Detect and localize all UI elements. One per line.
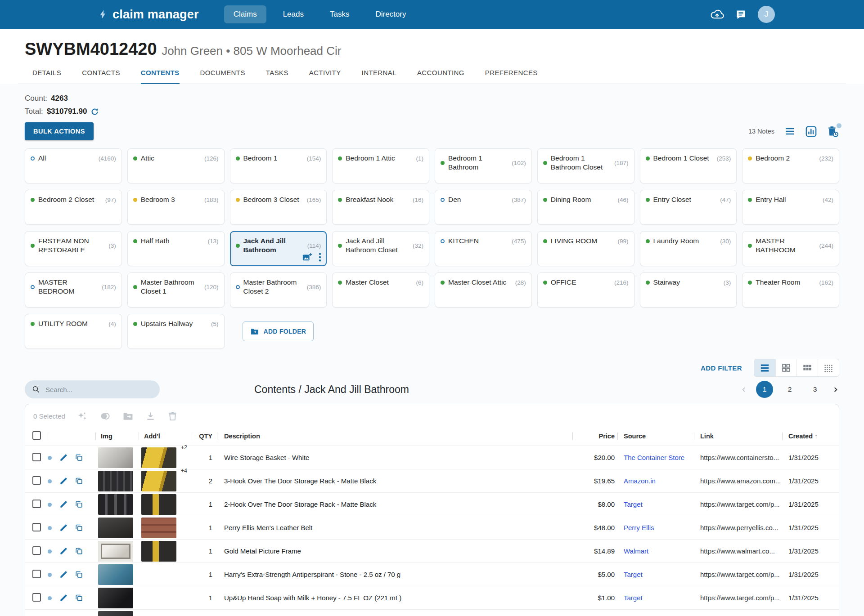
avatar[interactable]: J xyxy=(758,6,775,23)
col-price[interactable]: Price xyxy=(572,433,617,440)
claim-tab-contents[interactable]: CONTENTS xyxy=(141,69,180,84)
claim-tab-activity[interactable]: ACTIVITY xyxy=(309,69,341,84)
view-compact-button[interactable] xyxy=(818,359,839,376)
folder-card[interactable]: Bedroom 1 Attic (1) xyxy=(332,148,429,183)
col-qty[interactable]: QTY xyxy=(192,433,217,440)
item-image[interactable] xyxy=(98,494,133,515)
claim-tab-contacts[interactable]: CONTACTS xyxy=(82,69,120,84)
folder-card[interactable]: FRSTEAM NON RESTORABLE (3) xyxy=(25,231,122,266)
select-all-checkbox[interactable] xyxy=(32,431,41,440)
folder-card[interactable]: KITCHEN (475) xyxy=(435,231,532,266)
view-grid-button[interactable] xyxy=(775,359,796,376)
nav-tab-claims[interactable]: Claims xyxy=(224,5,266,23)
folder-card[interactable]: Bedroom 3 (183) xyxy=(127,190,225,225)
edit-icon[interactable] xyxy=(59,477,75,485)
duplicate-icon[interactable] xyxy=(75,453,95,462)
folder-card[interactable]: Bedroom 3 Closet (165) xyxy=(230,190,327,225)
item-source-link[interactable]: The Container Store xyxy=(624,454,684,461)
claim-tab-documents[interactable]: DOCUMENTS xyxy=(200,69,245,84)
duplicate-icon[interactable] xyxy=(75,523,95,532)
col-img[interactable]: Img xyxy=(95,433,139,440)
folder-card[interactable]: Bedroom 1 (154) xyxy=(230,148,327,183)
item-image[interactable] xyxy=(98,518,133,538)
item-source-link[interactable]: Perry Ellis xyxy=(624,524,654,531)
row-checkbox[interactable] xyxy=(32,523,41,531)
claim-tab-internal[interactable]: INTERNAL xyxy=(362,69,396,84)
folder-card[interactable]: LIVING ROOM (99) xyxy=(537,231,634,266)
edit-icon[interactable] xyxy=(59,547,75,555)
page-3[interactable]: 3 xyxy=(806,381,824,398)
folder-card[interactable]: UTILITY ROOM (4) xyxy=(25,314,122,349)
folder-card[interactable]: Bedroom 2 Closet (97) xyxy=(25,190,122,225)
ai-sparkles-icon[interactable] xyxy=(77,411,88,422)
report-chart-icon[interactable] xyxy=(805,125,817,138)
add-folder-button[interactable]: ADD FOLDER xyxy=(243,321,314,341)
item-additional-image[interactable] xyxy=(141,518,176,538)
folder-card[interactable]: Bedroom 1 Bathroom (102) xyxy=(435,148,532,183)
item-image[interactable] xyxy=(98,611,133,616)
duplicate-icon[interactable] xyxy=(75,594,95,602)
item-image[interactable] xyxy=(98,541,133,562)
claim-tab-tasks[interactable]: TASKS xyxy=(266,69,288,84)
item-source-link[interactable]: Target xyxy=(624,594,643,602)
chat-icon[interactable] xyxy=(735,9,747,21)
item-image[interactable] xyxy=(98,471,133,491)
merge-items-icon[interactable] xyxy=(99,411,111,422)
folder-card[interactable]: Half Bath (13) xyxy=(127,231,225,266)
notes-list-icon[interactable] xyxy=(783,126,796,137)
folder-card[interactable]: Jack And Jill Bathroom (114) xyxy=(230,231,327,266)
folder-card[interactable]: OFFICE (216) xyxy=(537,272,634,308)
move-to-folder-icon[interactable] xyxy=(122,411,134,422)
add-image-icon[interactable] xyxy=(302,252,313,262)
nav-tab-directory[interactable]: Directory xyxy=(366,5,415,23)
item-image[interactable] xyxy=(98,564,133,585)
edit-icon[interactable] xyxy=(59,500,75,509)
view-list-button[interactable] xyxy=(754,359,775,376)
folder-card[interactable]: Bedroom 1 Closet (253) xyxy=(640,148,737,183)
row-checkbox[interactable] xyxy=(32,570,41,578)
duplicate-icon[interactable] xyxy=(75,547,95,555)
folder-card[interactable]: Upstairs Hallway (5) xyxy=(127,314,225,349)
trash-schedule-icon[interactable] xyxy=(826,125,839,138)
folder-card[interactable]: MASTER BATHROOM (244) xyxy=(742,231,839,266)
nav-tab-tasks[interactable]: Tasks xyxy=(320,5,359,23)
folder-card[interactable]: Master Closet (6) xyxy=(332,272,429,308)
page-2[interactable]: 2 xyxy=(781,381,798,398)
edit-icon[interactable] xyxy=(59,523,75,532)
folder-card[interactable]: Stairway (3) xyxy=(640,272,737,308)
search-input[interactable] xyxy=(45,385,153,394)
prev-page-icon[interactable] xyxy=(740,386,748,393)
folder-card[interactable]: Entry Closet (47) xyxy=(640,190,737,225)
page-1[interactable]: 1 xyxy=(756,381,773,398)
claim-tab-preferences[interactable]: PREFERENCES xyxy=(485,69,538,84)
folder-card[interactable]: Bedroom 2 (232) xyxy=(742,148,839,183)
folder-card[interactable]: Laundry Room (30) xyxy=(640,231,737,266)
row-checkbox[interactable] xyxy=(32,476,41,485)
col-description[interactable]: Description xyxy=(217,433,572,440)
folder-card[interactable]: Breakfast Nook (16) xyxy=(332,190,429,225)
view-table-button[interactable] xyxy=(796,359,818,376)
item-source-link[interactable]: Target xyxy=(624,500,643,508)
download-icon[interactable] xyxy=(145,411,156,421)
claim-tab-details[interactable]: DETAILS xyxy=(32,69,61,84)
folder-card[interactable]: Bedroom 1 Bathroom Closet (187) xyxy=(537,148,634,183)
item-additional-image[interactable] xyxy=(141,494,176,515)
kebab-menu-icon[interactable] xyxy=(319,253,321,262)
claim-tab-accounting[interactable]: ACCOUNTING xyxy=(417,69,464,84)
item-additional-image[interactable] xyxy=(141,471,176,491)
col-link[interactable]: Link xyxy=(694,433,782,440)
duplicate-icon[interactable] xyxy=(75,570,95,579)
add-filter-button[interactable]: ADD FILTER xyxy=(701,364,742,372)
folder-card[interactable]: Attic (126) xyxy=(127,148,225,183)
edit-icon[interactable] xyxy=(59,594,75,602)
row-checkbox[interactable] xyxy=(32,593,41,602)
folder-card[interactable]: Jack And Jill Bathroom Closet (32) xyxy=(332,231,429,266)
duplicate-icon[interactable] xyxy=(75,477,95,485)
folder-card[interactable]: Master Closet Attic (28) xyxy=(435,272,532,308)
item-additional-image[interactable] xyxy=(141,447,176,468)
refresh-icon[interactable] xyxy=(90,107,99,116)
next-page-icon[interactable] xyxy=(832,386,839,393)
item-source-link[interactable]: Amazon.in xyxy=(624,477,656,485)
row-checkbox[interactable] xyxy=(32,500,41,508)
col-created[interactable]: Created ↑ xyxy=(782,433,839,440)
